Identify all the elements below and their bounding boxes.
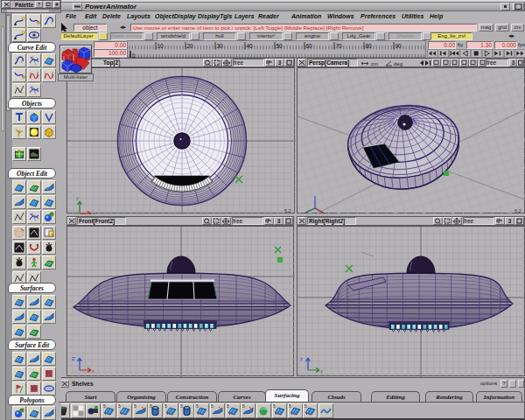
svg-text:50: 50 xyxy=(276,43,284,49)
svg-text:Z: Z xyxy=(72,356,75,361)
svg-text:y: y xyxy=(76,195,79,200)
svg-text:90: 90 xyxy=(396,43,402,49)
svg-text:20: 20 xyxy=(187,43,194,49)
svg-text:60: 60 xyxy=(306,43,313,49)
svg-text:x: x xyxy=(92,368,94,374)
svg-text:5.2: 5.2 xyxy=(284,208,291,214)
svg-text:30: 30 xyxy=(217,43,224,49)
svg-text:z: z xyxy=(300,356,303,361)
svg-text:40: 40 xyxy=(247,43,254,49)
svg-text:10: 10 xyxy=(158,43,164,49)
svg-text:80: 80 xyxy=(366,43,373,49)
svg-text:x: x xyxy=(92,212,94,214)
svg-text:deg: deg xyxy=(394,61,402,66)
svg-text:5.2: 5.2 xyxy=(514,208,522,214)
svg-text:cm: cm xyxy=(371,61,378,66)
svg-text:y: y xyxy=(320,368,323,374)
svg-text:70: 70 xyxy=(336,43,343,49)
